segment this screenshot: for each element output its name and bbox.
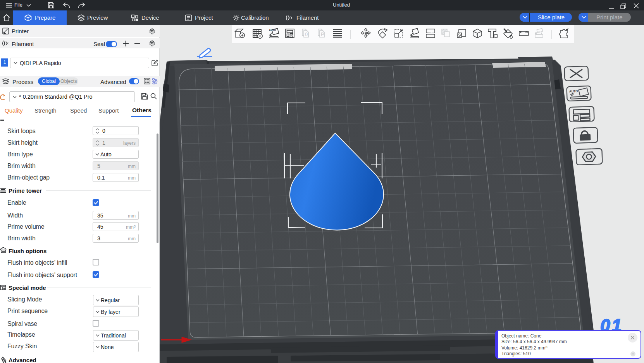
- svg-text:AUTO: AUTO: [269, 29, 276, 31]
- svg-text:P: P: [321, 31, 324, 37]
- svg-text:AUTO: AUTO: [569, 89, 578, 93]
- svg-text:0: 0: [305, 31, 308, 37]
